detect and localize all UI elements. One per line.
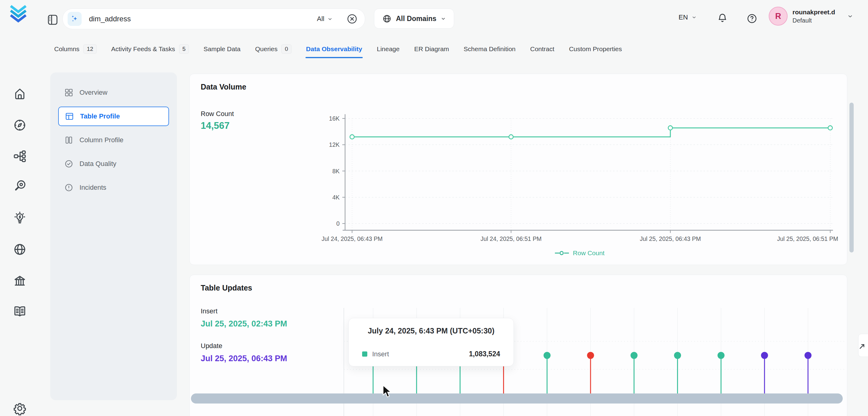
rail-glossary-icon[interactable]	[13, 305, 27, 319]
svg-text:4K: 4K	[332, 194, 340, 201]
rail-govern-icon[interactable]	[13, 274, 27, 288]
profiler-sidebar: Overview Table Profile Column Profile Da…	[50, 72, 177, 400]
horizontal-scrollbar[interactable]	[191, 393, 843, 404]
chevron-down-icon	[441, 16, 446, 21]
tab-contract[interactable]: Contract	[530, 41, 554, 57]
sidebar-item-column-profile[interactable]: Column Profile	[58, 130, 169, 150]
sidebar-item-label: Incidents	[80, 184, 106, 192]
tab-count-badge: 12	[84, 44, 97, 54]
svg-text:Jul 25, 2025, 06:43 PM: Jul 25, 2025, 06:43 PM	[640, 235, 701, 242]
user-team: Default	[793, 17, 835, 24]
chevron-down-icon	[328, 17, 333, 22]
language-dropdown[interactable]: EN	[679, 13, 696, 21]
language-label: EN	[679, 13, 688, 21]
help-icon[interactable]	[746, 13, 758, 24]
user-menu[interactable]: R rounakpreet.d Default	[769, 7, 853, 26]
chart-tooltip: July 24, 2025, 6:43 PM (UTC+05:30) Inser…	[348, 318, 514, 366]
rail-explore-icon[interactable]	[13, 118, 27, 132]
row-count-chart[interactable]: 04K8K12K16KJul 24, 2025, 06:43 PMJul 24,…	[312, 107, 847, 254]
columns-icon	[64, 135, 73, 145]
rail-insights-icon[interactable]	[13, 211, 27, 225]
sidebar-item-label: Overview	[80, 89, 107, 97]
sidebar-item-label: Column Profile	[80, 136, 123, 144]
search-clear-icon[interactable]	[346, 13, 358, 25]
row-count-label: Row Count	[201, 110, 234, 118]
svg-text:16K: 16K	[329, 115, 340, 122]
tab-sample-data[interactable]: Sample Data	[204, 41, 240, 57]
tab-columns[interactable]: Columns12	[54, 41, 97, 57]
globe-icon	[382, 14, 392, 24]
domains-label: All Domains	[396, 14, 436, 23]
left-rail	[0, 40, 40, 416]
chart-legend[interactable]: Row Count	[312, 249, 847, 257]
check-icon	[64, 159, 73, 168]
search-scope-dropdown[interactable]: All	[317, 15, 333, 23]
rail-settings-icon[interactable]	[13, 402, 27, 415]
tab-count-badge: 5	[179, 44, 189, 54]
expand-panel-icon[interactable]	[858, 334, 868, 357]
tooltip-series-swatch	[362, 351, 367, 357]
tab-data-observability[interactable]: Data Observability	[306, 41, 362, 57]
sidebar-item-data-quality[interactable]: Data Quality	[58, 154, 169, 173]
table-icon	[65, 112, 74, 121]
tab-er-diagram[interactable]: ER Diagram	[414, 41, 449, 57]
entity-tabs: Columns12Activity Feeds & Tasks5Sample D…	[54, 41, 622, 57]
tooltip-series-value: 1,083,524	[469, 350, 500, 358]
grid-icon	[64, 88, 73, 97]
legend-label: Row Count	[573, 249, 604, 257]
app-screen: dim_address All All Domains EN	[0, 0, 868, 416]
rail-lineage-icon[interactable]	[13, 149, 27, 163]
tab-count-badge: 0	[281, 44, 291, 54]
notifications-bell-icon[interactable]	[716, 12, 728, 24]
rail-home-icon[interactable]	[13, 87, 27, 101]
svg-text:Jul 25, 2025, 06:51 PM: Jul 25, 2025, 06:51 PM	[777, 235, 838, 242]
data-volume-card: Data Volume Row Count 14,567 04K8K12K16K…	[189, 74, 847, 265]
chevron-down-icon	[847, 13, 853, 19]
sidebar-item-label: Table Profile	[80, 113, 120, 120]
vertical-scrollbar[interactable]	[849, 103, 854, 252]
sidebar-item-incidents[interactable]: Incidents	[58, 178, 169, 197]
rail-domains-icon[interactable]	[13, 243, 27, 256]
svg-text:8K: 8K	[332, 168, 340, 174]
svg-text:Jul 24, 2025, 06:51 PM: Jul 24, 2025, 06:51 PM	[480, 235, 542, 242]
tooltip-title: July 24, 2025, 6:43 PM (UTC+05:30)	[358, 326, 504, 335]
tooltip-series-label: Insert	[372, 350, 389, 358]
legend-line-marker-icon	[555, 251, 569, 256]
tab-lineage[interactable]: Lineage	[377, 41, 400, 57]
sidebar-item-table-profile[interactable]: Table Profile	[58, 106, 169, 126]
alert-icon	[64, 183, 73, 192]
tab-schema-definition[interactable]: Schema Definition	[464, 41, 515, 57]
search-input[interactable]: dim_address	[89, 14, 131, 23]
global-search[interactable]: dim_address All	[62, 8, 365, 29]
rail-discovery-icon[interactable]	[13, 179, 27, 193]
svg-text:12K: 12K	[329, 141, 340, 148]
domains-dropdown[interactable]: All Domains	[374, 8, 454, 29]
sidebar-item-label: Data Quality	[80, 160, 116, 168]
avatar: R	[769, 7, 787, 26]
tab-activity-feeds-tasks[interactable]: Activity Feeds & Tasks5	[111, 41, 189, 57]
chevron-down-icon	[692, 15, 696, 20]
search-scope-value: All	[317, 15, 324, 23]
app-logo[interactable]	[8, 5, 28, 23]
data-volume-title: Data Volume	[201, 83, 246, 91]
svg-text:0: 0	[336, 220, 340, 227]
ai-sparkle-icon	[68, 12, 82, 26]
row-count-value: 14,567	[201, 120, 230, 131]
user-name: rounakpreet.d	[793, 8, 835, 16]
tab-custom-properties[interactable]: Custom Properties	[569, 41, 622, 57]
svg-text:Jul 24, 2025, 06:43 PM: Jul 24, 2025, 06:43 PM	[321, 235, 383, 242]
sidebar-toggle-icon[interactable]	[46, 13, 59, 26]
sidebar-item-overview[interactable]: Overview	[58, 83, 169, 102]
tab-queries[interactable]: Queries0	[255, 41, 291, 57]
